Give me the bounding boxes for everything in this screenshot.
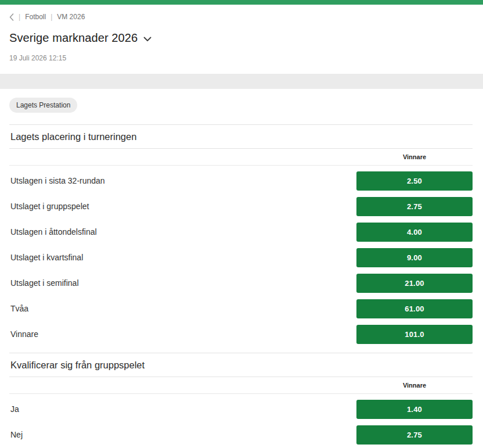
- column-header-row: Vinnare: [9, 149, 473, 166]
- breadcrumb-item-vm-2026[interactable]: VM 2026: [57, 13, 85, 21]
- market-label: Ja: [9, 404, 19, 414]
- page-title: Sverige marknader 2026: [9, 31, 138, 45]
- market-row: Nej 2.75: [9, 422, 473, 447]
- market-label: Tvåa: [9, 304, 28, 313]
- market-section-kvalificerar: Kvalificerar sig från gruppspelet Vinnar…: [9, 353, 473, 448]
- odds-button[interactable]: 9.00: [356, 248, 473, 267]
- column-header-row: Vinnare: [9, 377, 473, 394]
- market-section-placering: Lagets placering i turneringen Vinnare U…: [9, 124, 473, 353]
- event-datetime: 19 Juli 2026 12:15: [9, 54, 474, 62]
- market-label: Vinnare: [9, 329, 38, 339]
- breadcrumb-item-fotboll[interactable]: Fotboll: [25, 13, 46, 21]
- separator-band: [0, 74, 483, 89]
- market-row: Utslaget i semifinal 21.00: [9, 270, 473, 296]
- back-chevron-icon[interactable]: [9, 13, 14, 21]
- tab-lagets-prestation[interactable]: Lagets Prestation: [9, 98, 77, 113]
- markets-panel: Lagets Prestation Lagets placering i tur…: [0, 89, 483, 448]
- odds-button[interactable]: 2.50: [356, 171, 473, 191]
- odds-button[interactable]: 101.0: [356, 325, 473, 344]
- market-row: Utslagen i sista 32-rundan 2.50: [9, 168, 473, 193]
- title-row: Sverige marknader 2026: [9, 31, 474, 45]
- market-row: Vinnare 101.0: [9, 321, 473, 347]
- top-accent-bar: [0, 0, 483, 5]
- section-title: Kvalificerar sig från gruppspelet: [9, 353, 473, 377]
- column-header-vinnare: Vinnare: [356, 382, 473, 389]
- market-rows: Utslagen i sista 32-rundan 2.50 Utslaget…: [9, 166, 473, 353]
- tab-row: Lagets Prestation: [9, 89, 473, 124]
- market-label: Utslaget i gruppspelet: [9, 202, 89, 211]
- breadcrumb-separator: |: [19, 13, 20, 21]
- odds-button[interactable]: 2.75: [356, 425, 473, 445]
- section-title: Lagets placering i turneringen: [9, 125, 473, 149]
- market-row: Ja 1.40: [9, 396, 473, 422]
- breadcrumb: | Fotboll | VM 2026: [9, 13, 474, 21]
- page: | Fotboll | VM 2026 Sverige marknader 20…: [0, 0, 483, 448]
- odds-button[interactable]: 2.75: [356, 197, 473, 216]
- market-row: Utslagen i åttondelsfinal 4.00: [9, 219, 473, 245]
- page-header: | Fotboll | VM 2026 Sverige marknader 20…: [0, 5, 483, 74]
- market-row: Utslaget i kvartsfinal 9.00: [9, 245, 473, 270]
- market-row: Tvåa 61.00: [9, 296, 473, 321]
- market-label: Utslaget i kvartsfinal: [9, 253, 83, 262]
- market-rows: Ja 1.40 Nej 2.75: [9, 394, 473, 448]
- odds-button[interactable]: 21.00: [356, 274, 473, 293]
- market-label: Utslagen i sista 32-rundan: [9, 176, 105, 185]
- market-row: Utslaget i gruppspelet 2.75: [9, 193, 473, 219]
- odds-button[interactable]: 1.40: [356, 400, 473, 419]
- odds-button[interactable]: 4.00: [356, 223, 473, 242]
- chevron-down-icon[interactable]: [143, 37, 152, 42]
- market-label: Nej: [9, 430, 23, 439]
- breadcrumb-separator: |: [51, 13, 52, 21]
- market-label: Utslaget i semifinal: [9, 278, 79, 288]
- odds-button[interactable]: 61.00: [356, 299, 473, 318]
- column-header-vinnare: Vinnare: [356, 153, 473, 160]
- market-label: Utslagen i åttondelsfinal: [9, 227, 97, 236]
